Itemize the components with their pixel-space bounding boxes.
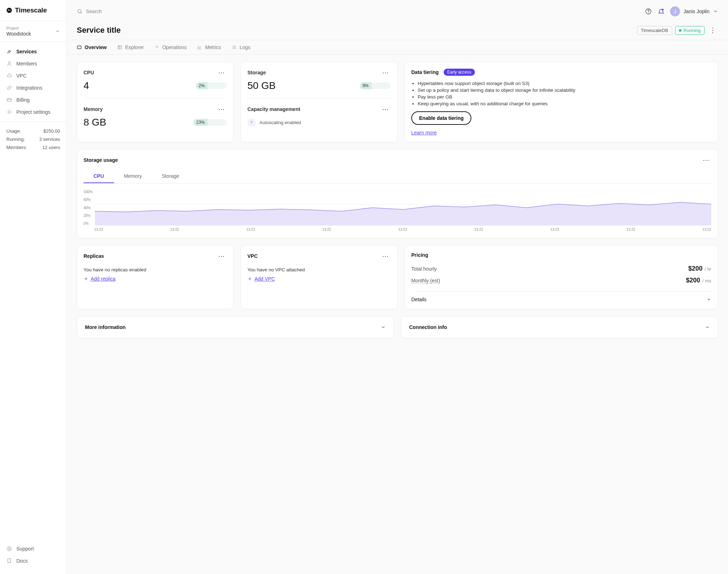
page-header: Service title TimescaleDB Running ⋮ bbox=[67, 23, 728, 40]
usage-value: $250.00 bbox=[43, 128, 60, 134]
sidebar-item-label: Services bbox=[16, 49, 37, 54]
sidebar-item-vpc[interactable]: VPC bbox=[0, 70, 66, 82]
chart-x-axis: 13:2213:2213:2213:2213:2213:2213:2213:22… bbox=[84, 228, 711, 232]
card-more-info[interactable]: More information bbox=[77, 316, 394, 338]
sidebar-item-docs[interactable]: Docs bbox=[0, 555, 66, 567]
link-icon bbox=[6, 85, 12, 91]
svg-point-5 bbox=[9, 111, 10, 113]
sidebar-item-label: Docs bbox=[16, 558, 28, 564]
tab-label: Overview bbox=[85, 44, 107, 50]
learn-more-link[interactable]: Learn more bbox=[411, 130, 437, 135]
project-picker[interactable]: Project Woodstock bbox=[0, 21, 66, 42]
project-label: Project bbox=[6, 26, 31, 30]
explorer-icon bbox=[117, 45, 122, 50]
search-placeholder: Search bbox=[86, 9, 102, 14]
bookmark-icon bbox=[6, 558, 12, 564]
tab-operations[interactable]: Operations bbox=[154, 40, 186, 54]
chart-tab-cpu[interactable]: CPU bbox=[84, 170, 114, 183]
cloud-icon bbox=[6, 73, 12, 79]
svg-point-7 bbox=[8, 548, 10, 549]
cpu-menu-button[interactable]: ⋯ bbox=[216, 69, 227, 76]
vpc-menu-button[interactable]: ⋯ bbox=[380, 252, 391, 260]
storage-menu-button[interactable]: ⋯ bbox=[380, 69, 391, 76]
card-icon bbox=[6, 97, 12, 103]
svg-rect-3 bbox=[7, 99, 11, 101]
members-label: Members: bbox=[6, 145, 27, 150]
chart-tab-storage[interactable]: Storage bbox=[152, 170, 189, 183]
ytick: 40% bbox=[84, 206, 93, 210]
tab-label: Metrics bbox=[205, 44, 221, 50]
person-icon bbox=[6, 61, 12, 67]
db-badge: TimescaleDB bbox=[637, 26, 672, 35]
sidebar-item-integrations[interactable]: Integrations bbox=[0, 82, 66, 94]
cpu-title: CPU bbox=[84, 70, 216, 75]
sidebar-item-services[interactable]: Services bbox=[0, 46, 66, 58]
storage-usage-bar: 9% bbox=[360, 82, 391, 89]
page-menu-button[interactable]: ⋮ bbox=[707, 26, 718, 34]
xtick: 13:22 bbox=[322, 228, 331, 232]
sidebar-item-label: VPC bbox=[16, 73, 27, 79]
svg-line-9 bbox=[81, 12, 82, 14]
memory-title: Memory bbox=[84, 106, 216, 112]
connection-info-title: Connection info bbox=[409, 324, 447, 330]
tab-logs[interactable]: Logs bbox=[232, 40, 250, 54]
chart-tab-memory[interactable]: Memory bbox=[114, 170, 152, 183]
tab-explorer[interactable]: Explorer bbox=[117, 40, 144, 54]
sidebar: Timescale Project Woodstock Services Mem… bbox=[0, 0, 67, 574]
user-menu[interactable]: J Janis Joplin bbox=[670, 6, 718, 16]
status-badge: Running bbox=[675, 26, 705, 35]
vpc-title: VPC bbox=[247, 253, 258, 259]
tiering-bullets: Hypertables now support object storage (… bbox=[418, 81, 711, 106]
metrics-icon bbox=[197, 45, 202, 50]
cpu-pct: 2% bbox=[196, 82, 208, 89]
help-button[interactable] bbox=[644, 7, 652, 15]
logs-icon bbox=[232, 45, 237, 50]
status-dot-icon bbox=[679, 29, 681, 32]
storage-usage-menu-button[interactable]: ⋯ bbox=[701, 156, 711, 164]
add-vpc-link[interactable]: Add VPC bbox=[247, 276, 391, 282]
pricing-hourly-value: $200 bbox=[688, 265, 702, 272]
notifications-button[interactable] bbox=[657, 7, 665, 15]
card-connection-info[interactable]: Connection info bbox=[401, 316, 718, 338]
replicas-menu-button[interactable]: ⋯ bbox=[216, 252, 227, 260]
replicas-title: Replicas bbox=[84, 253, 104, 259]
ytick: 20% bbox=[84, 214, 93, 218]
enable-tiering-button[interactable]: Enable data tiering bbox=[411, 111, 471, 125]
plus-icon bbox=[247, 276, 252, 281]
capacity-menu-button[interactable]: ⋯ bbox=[380, 105, 391, 113]
capacity-title: Capacity management bbox=[247, 106, 380, 112]
sidebar-item-members[interactable]: Members bbox=[0, 58, 66, 70]
usage-chart bbox=[95, 190, 711, 225]
lifebuoy-icon bbox=[6, 546, 12, 552]
svg-point-6 bbox=[7, 547, 11, 551]
pricing-hourly-label: Total hourly bbox=[411, 266, 688, 272]
project-name: Woodstock bbox=[6, 31, 31, 37]
card-replicas: Replicas ⋯ You have no replicas enabled … bbox=[77, 245, 234, 309]
sidebar-nav: Services Members VPC Integrations Billin… bbox=[0, 42, 66, 122]
sidebar-item-billing[interactable]: Billing bbox=[0, 94, 66, 106]
add-replica-link[interactable]: Add replica bbox=[84, 276, 227, 282]
pricing-monthly-label: Monthly (est) bbox=[411, 278, 440, 284]
sidebar-item-support[interactable]: Support bbox=[0, 543, 66, 555]
tab-metrics[interactable]: Metrics bbox=[197, 40, 221, 54]
xtick: 13:22 bbox=[474, 228, 483, 232]
memory-pct: 23% bbox=[193, 119, 208, 126]
brand-logo[interactable]: Timescale bbox=[0, 0, 66, 21]
pricing-details-toggle[interactable]: Details bbox=[411, 291, 711, 302]
operations-icon bbox=[154, 45, 159, 50]
card-vpc: VPC ⋯ You have no VPC attached Add VPC bbox=[241, 245, 397, 309]
card-pricing: Pricing Total hourly $200 / hr Monthly (… bbox=[405, 245, 718, 309]
tab-overview[interactable]: Overview bbox=[77, 40, 107, 54]
plus-icon bbox=[84, 276, 89, 281]
wrench-icon bbox=[6, 49, 12, 54]
tiering-bullet: Pay less per GB bbox=[418, 94, 711, 100]
ytick: 60% bbox=[84, 198, 93, 202]
svg-point-8 bbox=[78, 10, 81, 13]
chart-y-axis: 100% 60% 40% 20% 0% bbox=[84, 190, 95, 225]
svg-point-11 bbox=[648, 12, 649, 13]
gear-icon bbox=[6, 109, 12, 115]
memory-menu-button[interactable]: ⋯ bbox=[216, 105, 227, 113]
pricing-title: Pricing bbox=[411, 252, 711, 258]
sidebar-item-project-settings[interactable]: Project settings bbox=[0, 106, 66, 118]
search-input[interactable]: Search bbox=[77, 9, 102, 14]
